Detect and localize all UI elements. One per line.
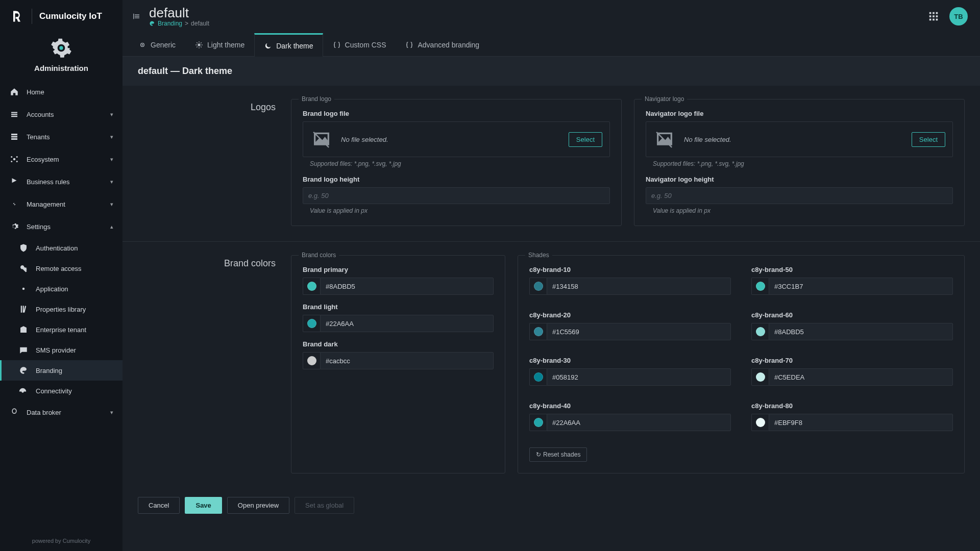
color-swatch[interactable] bbox=[751, 414, 769, 431]
sidebar-item-management[interactable]: Management ▾ bbox=[0, 193, 122, 215]
color-field: c8y-brand-20 bbox=[529, 311, 731, 340]
color-swatch[interactable] bbox=[751, 323, 769, 340]
color-input[interactable] bbox=[769, 278, 953, 295]
sidebar-sub-item-branding[interactable]: Branding bbox=[0, 360, 122, 381]
main: default Branding > default TB Generic Li… bbox=[122, 0, 980, 551]
settings-icon bbox=[9, 221, 19, 232]
shield-icon bbox=[18, 243, 29, 253]
avatar[interactable]: TB bbox=[949, 7, 968, 26]
file-drop-navigator[interactable]: No file selected. Select bbox=[646, 121, 953, 157]
cancel-button[interactable]: Cancel bbox=[138, 497, 180, 514]
field-label: Brand logo file bbox=[303, 110, 610, 117]
color-swatch[interactable] bbox=[303, 278, 320, 295]
color-input[interactable] bbox=[320, 315, 494, 332]
tab-light-theme[interactable]: Light theme bbox=[185, 33, 254, 56]
brand-logo-icon bbox=[9, 9, 24, 24]
tabs: Generic Light theme Dark theme Custom CS… bbox=[122, 33, 980, 57]
sidebar-sub-item-authentication[interactable]: Authentication bbox=[0, 238, 122, 258]
reset-shades-button[interactable]: ↻Reset shades bbox=[529, 447, 587, 462]
file-drop-brand[interactable]: No file selected. Select bbox=[303, 121, 610, 157]
color-input[interactable] bbox=[769, 368, 953, 386]
color-swatch[interactable] bbox=[529, 278, 547, 295]
color-input[interactable] bbox=[769, 323, 953, 340]
sidebar-footer: powered by Cumulocity bbox=[0, 533, 122, 551]
sidebar-item-label: Settings bbox=[27, 223, 51, 231]
sidebar-item-settings[interactable]: Settings ▴ bbox=[0, 215, 122, 238]
color-field-label: c8y-brand-30 bbox=[529, 357, 731, 364]
sidebar-item-business-rules[interactable]: Business rules ▾ bbox=[0, 170, 122, 193]
sidebar-item-label: SMS provider bbox=[36, 346, 76, 354]
gear-icon bbox=[50, 37, 72, 61]
svg-rect-14 bbox=[933, 19, 935, 21]
fieldset-navigator-logo: Navigator logo Navigator logo file No fi… bbox=[634, 99, 965, 226]
color-field-label: Brand light bbox=[303, 303, 494, 311]
set-as-global-button[interactable]: Set as global bbox=[295, 497, 354, 514]
sidebar-item-tenants[interactable]: Tenants ▾ bbox=[0, 126, 122, 148]
save-button[interactable]: Save bbox=[185, 497, 222, 514]
color-field-label: Brand dark bbox=[303, 340, 494, 348]
select-file-button[interactable]: Select bbox=[569, 132, 602, 147]
color-swatch[interactable] bbox=[529, 323, 547, 340]
svg-point-2 bbox=[11, 156, 12, 158]
color-swatch[interactable] bbox=[529, 414, 547, 431]
color-swatch[interactable] bbox=[751, 278, 769, 295]
color-input[interactable] bbox=[320, 352, 494, 369]
sidebar-sub-item-application[interactable]: Application bbox=[0, 279, 122, 299]
tab-dark-theme[interactable]: Dark theme bbox=[254, 33, 323, 57]
chevron-up-icon: ▴ bbox=[110, 223, 113, 230]
no-file-text: No file selected. bbox=[341, 136, 560, 143]
color-input[interactable] bbox=[547, 368, 731, 386]
color-field: c8y-brand-50 bbox=[751, 266, 953, 295]
app-block: Administration bbox=[0, 33, 122, 81]
app-block-title: Administration bbox=[34, 64, 88, 72]
color-field: c8y-brand-30 bbox=[529, 357, 731, 386]
chevron-down-icon: ▾ bbox=[110, 179, 113, 185]
sidebar-sub-item-enterprise-tenant[interactable]: Enterprise tenant bbox=[0, 319, 122, 340]
sidebar-sub-item-sms-provider[interactable]: SMS provider bbox=[0, 340, 122, 360]
sidebar-item-data-broker[interactable]: Data broker ▾ bbox=[0, 401, 122, 423]
collapse-sidebar-button[interactable] bbox=[130, 10, 143, 23]
color-input[interactable] bbox=[547, 323, 731, 340]
tab-generic[interactable]: Generic bbox=[129, 33, 185, 56]
fieldset-shades: Shades c8y-brand-10 c8y-brand-50 c8y-bra… bbox=[518, 255, 965, 473]
management-icon bbox=[9, 199, 19, 209]
tab-custom-css[interactable]: Custom CSS bbox=[323, 33, 396, 56]
sidebar-sub-item-properties-library[interactable]: Properties library bbox=[0, 299, 122, 319]
svg-point-6 bbox=[22, 288, 25, 290]
color-input[interactable] bbox=[547, 414, 731, 431]
tab-label: Dark theme bbox=[276, 42, 313, 50]
color-field: Brand dark bbox=[303, 340, 494, 369]
tab-label: Generic bbox=[151, 41, 176, 49]
navigator-logo-height-input[interactable] bbox=[646, 187, 953, 204]
open-preview-button[interactable]: Open preview bbox=[227, 497, 289, 514]
color-field-label: c8y-brand-50 bbox=[751, 266, 953, 273]
breadcrumb-link[interactable]: Branding bbox=[158, 20, 182, 27]
sidebar-sub-item-connectivity[interactable]: Connectivity bbox=[0, 381, 122, 401]
tab-advanced-branding[interactable]: Advanced branding bbox=[396, 33, 489, 56]
color-swatch[interactable] bbox=[529, 368, 547, 386]
color-field-label: c8y-brand-10 bbox=[529, 266, 731, 273]
select-file-button[interactable]: Select bbox=[912, 132, 945, 147]
color-swatch[interactable] bbox=[303, 352, 320, 369]
color-input[interactable] bbox=[769, 414, 953, 431]
sidebar-item-home[interactable]: Home bbox=[0, 81, 122, 103]
fieldset-legend: Brand logo bbox=[299, 95, 334, 103]
color-field-label: c8y-brand-70 bbox=[751, 357, 953, 364]
color-input[interactable] bbox=[547, 278, 731, 295]
color-swatch[interactable] bbox=[751, 368, 769, 386]
no-file-text: No file selected. bbox=[684, 136, 903, 143]
color-field: c8y-brand-70 bbox=[751, 357, 953, 386]
color-field: c8y-brand-60 bbox=[751, 311, 953, 340]
sidebar-item-label: Enterprise tenant bbox=[36, 326, 86, 334]
sidebar-item-accounts[interactable]: Accounts ▾ bbox=[0, 103, 122, 126]
apps-grid-icon[interactable] bbox=[928, 11, 939, 22]
color-swatch[interactable] bbox=[303, 315, 320, 332]
brand-logo-height-input[interactable] bbox=[303, 187, 610, 204]
color-input[interactable] bbox=[320, 278, 494, 295]
rules-icon bbox=[9, 177, 19, 187]
sidebar-sub-item-remote-access[interactable]: Remote access bbox=[0, 258, 122, 279]
sidebar-item-ecosystem[interactable]: Ecosystem ▾ bbox=[0, 148, 122, 170]
fieldset-legend: Navigator logo bbox=[642, 95, 687, 103]
svg-rect-13 bbox=[929, 19, 932, 21]
sidebar-item-label: Authentication bbox=[36, 244, 78, 252]
